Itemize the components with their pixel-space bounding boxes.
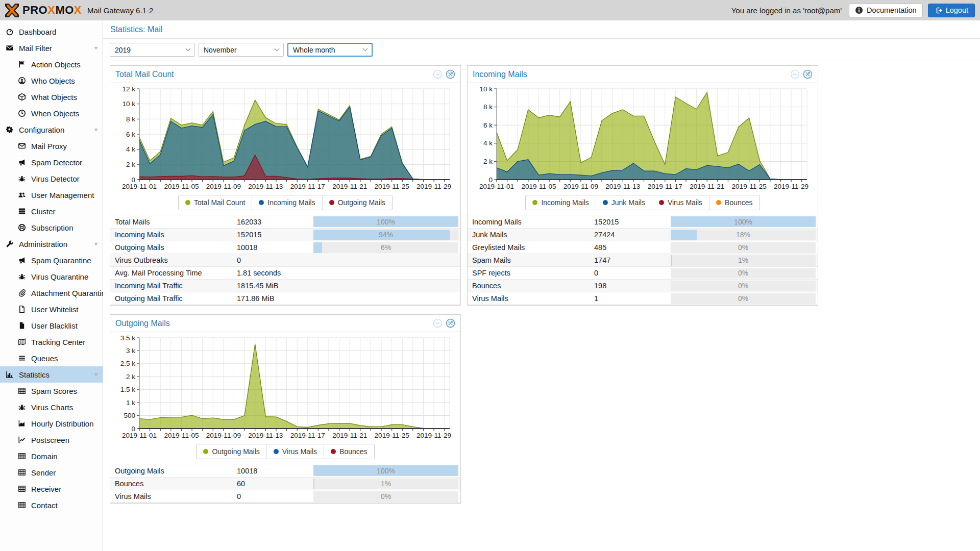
logout-button[interactable]: Logout [928,4,975,17]
sidebar-item-cluster[interactable]: Cluster [0,203,103,219]
panels-area: Total Mail Count 02 k4 k6 k8 k10 k12 k20… [103,61,980,529]
row-percent-bar: 6% [313,242,460,253]
table-row: Junk Mails2742418% [468,228,818,241]
sidebar-item-spam-scores[interactable]: Spam Scores [0,383,103,399]
panel-tools [790,69,813,79]
sidebar-item-label: Virus Detector [31,174,80,183]
move-window-icon[interactable] [446,69,455,79]
table-row: Incoming Mails152015100% [468,215,818,228]
row-percent-label: 100% [313,216,458,227]
svg-text:2 k: 2 k [126,161,135,168]
sidebar-item-label: Receiver [31,485,61,493]
sidebar-item-receiver[interactable]: Receiver [0,481,103,497]
svg-text:2019-11-05: 2019-11-05 [164,183,199,190]
table-row: Virus Mails10% [468,292,818,305]
sidebar-item-attachment-quarantine[interactable]: Attachment Quarantine [0,285,103,301]
sidebar-item-mail-proxy[interactable]: Mail Proxy [0,138,103,154]
sidebar-item-virus-quarantine[interactable]: Virus Quarantine [0,268,103,285]
legend-dot-icon [331,449,336,454]
row-percent-bar: 0% [671,242,818,253]
sidebar-item-mail-filter[interactable]: Mail Filter▾ [0,40,103,56]
sidebar-item-virus-charts[interactable]: Virus Charts [0,399,103,415]
sidebar-item-tracking-center[interactable]: Tracking Center [0,334,103,350]
sidebar-item-dashboard[interactable]: Dashboard [0,23,103,40]
sidebar-item-label: What Objects [31,93,77,102]
row-percent-label: 0% [671,268,816,279]
chevron-down-icon [362,48,368,52]
sidebar-item-user-management[interactable]: User Management [0,187,103,203]
row-value: 152015 [594,218,671,226]
table-row: Incoming Mail Traffic1815.45 MiB [110,279,460,292]
row-percent-bar: 100% [671,216,818,227]
legend-label: Virus Mails [282,447,317,456]
svg-text:12 k: 12 k [122,85,135,93]
sidebar-item-subscription[interactable]: Subscription [0,219,103,236]
svg-text:8 k: 8 k [126,115,135,123]
collapse-minus-icon[interactable] [433,318,443,328]
svg-text:2019-11-25: 2019-11-25 [375,432,409,439]
month-select[interactable]: November [199,43,284,57]
year-select[interactable]: 2019 [110,43,195,57]
incoming-mails-chart: 02 k4 k6 k8 k10 k2019-11-012019-11-05201… [472,85,813,193]
sidebar-item-spam-quarantine[interactable]: Spam Quarantine [0,252,103,268]
map-icon [17,338,27,346]
chart-bar-icon [5,370,14,379]
row-percent-label: 6% [313,242,458,253]
row-percent-label: 100% [313,465,458,476]
row-percent-bar [313,281,460,291]
sidebar-item-when-objects[interactable]: When Objects [0,105,103,121]
sidebar-item-action-objects[interactable]: Action Objects [0,56,103,72]
table-row: Bounces601% [110,477,460,490]
total-mail-count-panel: Total Mail Count 02 k4 k6 k8 k10 k12 k20… [110,65,461,306]
sidebar-item-what-objects[interactable]: What Objects [0,89,103,105]
legend-item-total-mail-count: Total Mail Count [179,195,252,210]
collapse-minus-icon[interactable] [790,69,800,79]
sidebar-item-sender[interactable]: Sender [0,464,103,481]
svg-text:2019-11-13: 2019-11-13 [248,183,283,190]
chart-line-icon [17,436,27,444]
sidebar-item-who-objects[interactable]: Who Objects [0,72,103,89]
collapse-minus-icon[interactable] [433,69,443,79]
sidebar-item-user-blacklist[interactable]: User Blacklist [0,317,103,334]
svg-text:2019-11-13: 2019-11-13 [605,183,640,190]
cube-icon [17,93,27,101]
svg-text:2019-11-29: 2019-11-29 [774,183,808,190]
sidebar-item-configuration[interactable]: Configuration▾ [0,121,103,138]
sidebar-item-hourly-distribution[interactable]: Hourly Distribution [0,415,103,432]
chevron-down-icon: ▾ [94,371,97,378]
sidebar-item-queues[interactable]: Queues [0,350,103,366]
filter-toolbar: 2019 November Whole month [103,39,980,61]
range-select[interactable]: Whole month [287,43,373,57]
move-window-icon[interactable] [803,69,813,79]
legend-box: Incoming MailsJunk MailsVirus MailsBounc… [525,195,760,210]
move-window-icon[interactable] [446,318,455,328]
panel-title: Outgoing Mails [115,319,170,328]
sidebar-item-domain[interactable]: Domain [0,448,103,464]
total-mail-count-chart: 02 k4 k6 k8 k10 k12 k2019-11-012019-11-0… [115,85,456,193]
sidebar-item-spam-detector[interactable]: Spam Detector [0,154,103,170]
row-value: 198 [594,282,671,290]
documentation-button[interactable]: Documentation [849,4,923,17]
row-percent-bar: 100% [313,216,460,227]
sidebar-item-label: User Blacklist [31,321,78,330]
sidebar-item-statistics[interactable]: Statistics▾ [0,366,103,383]
envelope-icon [5,44,14,52]
sidebar-item-postscreen[interactable]: Postscreen [0,432,103,448]
sidebar-item-user-whitelist[interactable]: User Whitelist [0,301,103,317]
row-value: 27424 [594,231,671,239]
sidebar-item-administration[interactable]: Administration▾ [0,236,103,252]
legend-label: Bounces [339,447,367,456]
sidebar-item-virus-detector[interactable]: Virus Detector [0,170,103,187]
sidebar-item-contact[interactable]: Contact [0,497,103,513]
main-content: Statistics: Mail 2019 November Whole mon… [103,20,980,551]
sidebar-item-label: User Management [31,191,94,199]
file-icon [17,305,27,313]
row-percent-bar: 1% [313,479,460,489]
svg-text:2019-11-25: 2019-11-25 [732,183,767,190]
legend-label: Outgoing Mails [338,198,385,207]
table-icon [17,485,27,493]
legend-label: Virus Mails [668,198,702,207]
svg-text:4 k: 4 k [126,145,135,153]
panel-tools [433,318,455,328]
svg-text:2019-11-01: 2019-11-01 [122,183,157,190]
